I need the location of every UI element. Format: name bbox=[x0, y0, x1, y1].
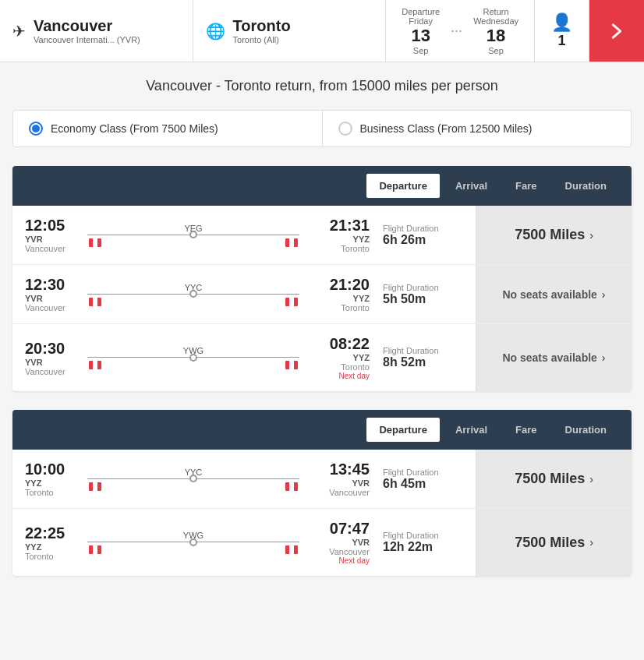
dep-airport-3: YVR bbox=[25, 358, 80, 367]
return-price-block-2[interactable]: 7500 Miles › bbox=[476, 509, 632, 576]
flight-2-info: 12:30 YVR Vancouver YYC bbox=[12, 265, 476, 323]
dep-time-3: 20:30 bbox=[25, 340, 80, 358]
route-line-1 bbox=[87, 235, 299, 235]
duration-time-1: 6h 26m bbox=[383, 233, 463, 247]
flag-left-3 bbox=[89, 361, 101, 369]
return-dep-block-2: 22:25 YYZ Toronto bbox=[25, 524, 80, 561]
arr-airport-1: YYZ bbox=[307, 235, 370, 244]
return-price-block-1[interactable]: 7500 Miles › bbox=[476, 450, 632, 508]
arr-time-2: 21:20 bbox=[307, 276, 370, 294]
return-arr-airport-1: YVR bbox=[307, 478, 370, 488]
business-label: Business Class (From 12500 Miles) bbox=[360, 122, 533, 135]
radio-inner bbox=[32, 125, 40, 132]
business-option[interactable]: Business Class (From 12500 Miles) bbox=[323, 111, 632, 146]
arrow-right-icon bbox=[606, 20, 628, 42]
next-button[interactable] bbox=[589, 0, 644, 62]
return-duration-label-2: Flight Duration bbox=[383, 531, 463, 540]
return-sort-header: Departure Arrival Fare Duration bbox=[12, 410, 632, 450]
price-block-3[interactable]: No seats available › bbox=[476, 324, 632, 391]
return-duration-time-1: 6h 45m bbox=[383, 477, 463, 491]
return-arr-block-2: 07:47 YVR Vancouver Next day bbox=[307, 520, 370, 565]
page-title: Vancouver - Toronto return, from 15000 m… bbox=[12, 78, 632, 94]
return-flight-2-info: 22:25 YYZ Toronto YWG bbox=[12, 509, 476, 576]
origin-sub: Vancouver Internati... (YVR) bbox=[34, 35, 140, 44]
origin-selector[interactable]: ✈ Vancouver Vancouver Internati... (YVR) bbox=[0, 0, 193, 62]
duration-label-2: Flight Duration bbox=[383, 283, 463, 292]
arr-city-3: Toronto bbox=[307, 362, 370, 372]
return-next-day-2: Next day bbox=[307, 556, 370, 565]
sort-duration-return[interactable]: Duration bbox=[553, 418, 619, 442]
arr-airport-2: YYZ bbox=[307, 294, 370, 303]
price-arrow-2: › bbox=[602, 288, 606, 301]
duration-time-3: 8h 52m bbox=[383, 355, 463, 369]
flag-left-1 bbox=[89, 238, 101, 247]
class-selector: Economy Class (From 7500 Miles) Business… bbox=[12, 110, 632, 147]
return-route-2: YWG bbox=[80, 531, 307, 554]
route-3: YWG bbox=[80, 346, 307, 369]
return-line-right-2 bbox=[193, 542, 299, 542]
return-price-text-1: 7500 Miles bbox=[515, 471, 585, 487]
dep-block-1: 12:05 YVR Vancouver bbox=[25, 217, 80, 253]
return-duration-time-2: 12h 22m bbox=[383, 540, 463, 554]
passenger-count: 1 bbox=[558, 33, 566, 49]
return-arr-city-1: Vancouver bbox=[307, 488, 370, 497]
sort-fare-outbound[interactable]: Fare bbox=[503, 174, 549, 198]
return-dep-city-2: Toronto bbox=[25, 552, 80, 561]
flight-3-info: 20:30 YVR Vancouver YWG bbox=[12, 324, 476, 391]
date-selector[interactable]: Departure Friday 13 Sep ··· Return Wedne… bbox=[386, 0, 535, 62]
sort-duration-outbound[interactable]: Duration bbox=[553, 174, 619, 198]
duration-time-2: 5h 50m bbox=[383, 292, 463, 306]
header: ✈ Vancouver Vancouver Internati... (YVR)… bbox=[0, 0, 644, 62]
duration-block-2: Flight Duration 5h 50m bbox=[370, 283, 463, 306]
dep-time-1: 12:05 bbox=[25, 217, 80, 235]
line-left-2 bbox=[87, 294, 193, 295]
return-line-right-1 bbox=[193, 478, 299, 479]
sort-arrival-return[interactable]: Arrival bbox=[443, 418, 500, 442]
economy-radio[interactable] bbox=[29, 122, 43, 136]
return-flight-2: 22:25 YYZ Toronto YWG bbox=[12, 509, 632, 576]
dep-city-2: Vancouver bbox=[25, 303, 80, 312]
dest-selector[interactable]: 🌐 Toronto Toronto (All) bbox=[193, 0, 387, 62]
return-route-line-2 bbox=[87, 542, 299, 542]
price-arrow-1: › bbox=[589, 229, 593, 242]
line-left-3 bbox=[87, 357, 193, 358]
sort-departure-return[interactable]: Departure bbox=[366, 418, 439, 442]
stop-dot-1 bbox=[189, 231, 197, 238]
business-radio[interactable] bbox=[338, 122, 352, 136]
line-left-1 bbox=[87, 235, 193, 235]
return-price-arrow-1: › bbox=[589, 473, 593, 485]
plane-icon: ✈ bbox=[12, 22, 26, 41]
person-icon: 👤 bbox=[551, 12, 572, 33]
outbound-flight-3: 20:30 YVR Vancouver YWG bbox=[12, 324, 632, 391]
dep-time-2: 12:30 bbox=[25, 276, 80, 294]
passenger-selector[interactable]: 👤 1 bbox=[535, 0, 589, 62]
sort-departure-outbound[interactable]: Departure bbox=[366, 174, 439, 198]
return-flag-left-1 bbox=[89, 482, 101, 491]
price-arrow-3: › bbox=[602, 351, 606, 364]
return-stop-dot-1 bbox=[189, 475, 197, 482]
duration-block-3: Flight Duration 8h 52m bbox=[370, 346, 463, 369]
departure-date: Departure Friday 13 Sep bbox=[395, 7, 446, 55]
dep-airport-2: YVR bbox=[25, 294, 80, 303]
return-dep-time-1: 10:00 bbox=[25, 461, 80, 478]
sort-arrival-outbound[interactable]: Arrival bbox=[443, 174, 500, 198]
sort-fare-return[interactable]: Fare bbox=[503, 418, 549, 442]
duration-label-3: Flight Duration bbox=[383, 346, 463, 355]
outbound-section: Departure Arrival Fare Duration 12:05 YV… bbox=[12, 166, 632, 391]
return-dep-time-2: 22:25 bbox=[25, 524, 80, 542]
economy-option[interactable]: Economy Class (From 7500 Miles) bbox=[13, 111, 323, 146]
route-line-2 bbox=[87, 294, 299, 295]
dest-city: Toronto bbox=[233, 17, 291, 35]
unavail-text-2: No seats available bbox=[502, 288, 596, 301]
dep-city-3: Vancouver bbox=[25, 367, 80, 376]
return-price-text-2: 7500 Miles bbox=[515, 535, 585, 551]
arr-city-2: Toronto bbox=[307, 303, 370, 312]
arr-time-1: 21:31 bbox=[307, 217, 370, 235]
return-stop-dot-2 bbox=[189, 538, 197, 546]
dep-block-2: 12:30 YVR Vancouver bbox=[25, 276, 80, 312]
price-block-2[interactable]: No seats available › bbox=[476, 265, 632, 323]
price-block-1[interactable]: 7500 Miles › bbox=[476, 206, 632, 264]
arr-block-2: 21:20 YYZ Toronto bbox=[307, 276, 370, 312]
return-date: Return Wednesday 18 Sep bbox=[467, 7, 525, 55]
route-line-3 bbox=[87, 357, 299, 358]
